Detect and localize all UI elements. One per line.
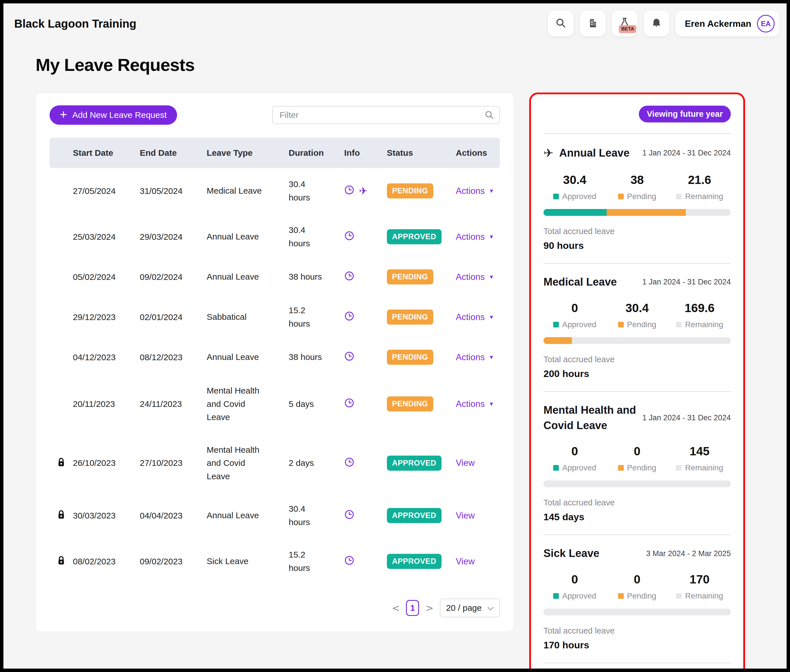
actions-menu-button[interactable]: Actions▼	[456, 232, 494, 242]
section-legend: ApprovedPendingRemaining	[544, 320, 731, 329]
view-link[interactable]: View	[456, 557, 475, 566]
section-period: 1 Jan 2024 - 31 Dec 2024	[642, 278, 731, 286]
app-header: Black Lagoon Training BETA Eren Ackerman	[3, 3, 787, 37]
status-cell: APPROVED	[387, 554, 456, 569]
lock-cell	[50, 509, 73, 522]
approved-value: 0	[544, 573, 606, 586]
legend-pending: Pending	[606, 192, 668, 201]
pending-swatch	[618, 593, 624, 599]
notifications-button[interactable]	[644, 11, 669, 37]
total-accrued-value: 200 hours	[544, 368, 731, 379]
lock-icon	[56, 509, 66, 522]
duration-cell: 38 hours	[289, 270, 344, 283]
section-legend: ApprovedPendingRemaining	[544, 591, 731, 600]
duration-cell: 15.2 hours	[289, 304, 344, 330]
clock-icon	[344, 185, 354, 197]
start-date-cell: 20/11/2023	[73, 399, 140, 409]
info-cell	[344, 351, 387, 363]
actions-menu-button[interactable]: Actions▼	[456, 312, 494, 322]
actions-menu-button[interactable]: Actions▼	[456, 272, 494, 282]
prev-page-button[interactable]: <	[392, 603, 400, 613]
leave-type-cell: Annual Leave	[207, 230, 289, 243]
organisation-button[interactable]	[580, 11, 606, 37]
start-date-cell: 26/10/2023	[73, 458, 140, 468]
chevron-down-icon: ▼	[489, 188, 494, 194]
column-header-start-date: Start Date	[73, 148, 140, 158]
back-to-current-year-link[interactable]: ← Back to current year	[544, 663, 639, 672]
status-badge: PENDING	[387, 396, 433, 411]
balance-progress-bar	[544, 480, 731, 487]
search-button[interactable]	[548, 11, 574, 37]
chevron-down-icon: ▼	[489, 234, 494, 240]
view-link[interactable]: View	[456, 510, 475, 521]
info-cell	[344, 311, 387, 323]
pending-value: 38	[606, 173, 668, 187]
table-row: 08/02/202309/02/2023Sick Leave15.2 hours…	[50, 538, 500, 584]
filter-wrap	[272, 106, 500, 124]
lock-icon	[56, 555, 66, 568]
legend-pending: Pending	[606, 463, 668, 472]
filter-input[interactable]	[272, 106, 500, 124]
actions-menu-button[interactable]: Actions▼	[456, 186, 494, 196]
leave-type-cell: Annual Leave	[207, 350, 289, 364]
add-new-leave-request-button[interactable]: + Add New Leave Request	[50, 106, 177, 125]
user-menu-button[interactable]: Eren Ackerman EA	[676, 11, 780, 37]
status-badge: APPROVED	[387, 456, 441, 471]
page-size-select[interactable]: 20 / page	[440, 598, 500, 617]
user-name: Eren Ackerman	[684, 19, 751, 29]
balance-progress-bar	[544, 608, 731, 615]
end-date-cell: 09/02/2024	[140, 272, 207, 282]
table-row: 30/03/202304/04/2023Annual Leave30.4 hou…	[50, 493, 500, 538]
start-date-cell: 05/02/2024	[73, 272, 140, 282]
page-number-button[interactable]: 1	[406, 600, 419, 616]
view-link[interactable]: View	[456, 458, 475, 468]
end-date-cell: 27/10/2023	[140, 458, 207, 468]
column-header-leave-type: Leave Type	[207, 148, 289, 158]
remaining-value: 21.6	[668, 173, 731, 187]
duration-cell: 2 days	[289, 456, 344, 470]
start-date-cell: 25/03/2024	[73, 232, 140, 242]
total-accrued-label: Total accrued leave	[544, 355, 731, 364]
actions-menu-button[interactable]: Actions▼	[456, 399, 494, 409]
clock-icon	[344, 555, 354, 568]
next-page-button[interactable]: >	[425, 603, 433, 613]
leave-type-cell: Medical Leave	[207, 184, 289, 198]
approved-segment	[544, 209, 607, 216]
approved-value: 0	[544, 301, 606, 315]
approved-swatch	[553, 194, 559, 199]
beta-badge: BETA	[619, 25, 636, 33]
legend-approved: Approved	[544, 591, 606, 600]
remaining-swatch	[676, 194, 681, 199]
start-date-cell: 08/02/2023	[73, 557, 140, 566]
column-header-actions: Actions	[456, 148, 500, 158]
section-stats: 030.4169.6	[544, 301, 731, 315]
leave-balances-panel: Viewing future year ✈Annual Leave1 Jan 2…	[529, 93, 745, 672]
legend-approved: Approved	[544, 192, 606, 201]
actions-cell: View	[456, 510, 500, 521]
lock-cell	[50, 457, 73, 470]
end-date-cell: 31/05/2024	[140, 186, 207, 196]
section-title: Medical Leave	[544, 275, 617, 290]
remaining-swatch	[676, 465, 681, 471]
plane-icon: ✈	[544, 145, 553, 162]
search-icon	[555, 17, 567, 30]
content: + Add New Leave Request Start Date End D…	[3, 93, 787, 672]
actions-menu-button[interactable]: Actions▼	[456, 352, 494, 363]
status-cell: PENDING	[387, 183, 456, 198]
avatar: EA	[757, 15, 775, 32]
remaining-value: 170	[668, 573, 731, 586]
page-size-value: 20 / page	[446, 603, 482, 613]
section-title: Sick Leave	[544, 546, 599, 561]
end-date-cell: 04/04/2023	[140, 511, 207, 520]
column-header-status: Status	[387, 148, 456, 158]
balance-progress-bar	[544, 209, 731, 216]
remaining-swatch	[676, 322, 681, 328]
clock-icon	[344, 230, 354, 243]
section-header: Medical Leave1 Jan 2024 - 31 Dec 2024	[544, 275, 731, 290]
approved-value: 30.4	[544, 173, 606, 187]
approved-value: 0	[544, 445, 606, 458]
section-stats: 00145	[544, 445, 731, 458]
viewing-year-row: Viewing future year	[544, 106, 731, 134]
table-header-row: Start Date End Date Leave Type Duration …	[50, 138, 500, 168]
labs-button[interactable]: BETA	[612, 11, 637, 37]
